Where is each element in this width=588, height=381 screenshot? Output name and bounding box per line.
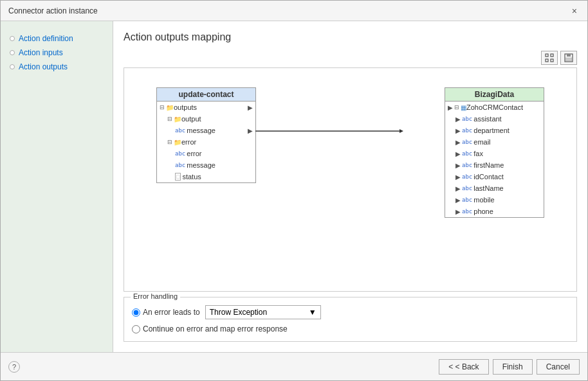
mapping-toolbar	[124, 51, 577, 65]
left-arrow: ▶	[455, 127, 461, 134]
mobile-row: ▶ abc mobile	[453, 194, 544, 206]
idcontact-label: idContact	[473, 173, 503, 181]
folder-icon: 📁	[166, 104, 174, 111]
table-icon: ▦	[461, 104, 466, 111]
footer: ? < < Back Finish Cancel	[1, 352, 587, 380]
footer-right: < < Back Finish Cancel	[439, 359, 580, 375]
expand-icon: ⊟	[454, 104, 459, 111]
message-row: abc message ▶	[172, 125, 255, 136]
lastname-label: lastName	[473, 184, 503, 192]
abc-icon: abc	[462, 162, 472, 168]
fit-icon	[545, 53, 554, 62]
folder-icon: 📁	[174, 139, 181, 146]
left-arrow: ▶	[455, 162, 461, 169]
radio-1-label: An error leads to	[143, 308, 200, 317]
dialog: Connector action instance × Action defin…	[0, 0, 588, 381]
abc-icon: abc	[175, 162, 185, 168]
sidebar: Action definition Action inputs Action o…	[1, 21, 113, 352]
radio-label-1[interactable]: An error leads to	[132, 308, 200, 317]
left-arrow: ▶	[455, 197, 461, 204]
content-area: Action outputs mapping	[113, 21, 587, 352]
left-data-box: update-contact ⊟ 📁 outputs ▶ ⊟ 📁 ou	[156, 87, 256, 183]
status-row: □ status ▶	[172, 171, 255, 182]
sidebar-dot	[10, 50, 15, 55]
right-box-header: BizagiData	[445, 88, 544, 102]
output-label: output	[181, 115, 201, 123]
email-row: ▶ abc email	[453, 136, 544, 148]
error-folder-row: ⊟ 📁 error ▶	[165, 136, 255, 148]
fax-row: ▶ abc fax	[453, 148, 544, 159]
table-icon: □	[175, 173, 181, 181]
abc-icon: abc	[462, 139, 472, 145]
sidebar-label-action-outputs: Action outputs	[19, 62, 68, 71]
mobile-label: mobile	[473, 196, 494, 204]
save-button[interactable]	[560, 51, 577, 65]
left-arrow: ▶	[455, 139, 461, 146]
left-arrow: ▶	[455, 173, 461, 181]
error-dropdown[interactable]: Throw Exception ▼	[205, 305, 321, 319]
dialog-title: Connector action instance	[8, 6, 98, 15]
dropdown-value: Throw Exception	[210, 308, 267, 317]
dropdown-chevron-icon: ▼	[309, 308, 317, 317]
error-handling-legend: Error handling	[131, 292, 180, 300]
firstname-label: firstName	[473, 161, 504, 169]
sidebar-item-action-definition[interactable]: Action definition	[8, 31, 105, 46]
abc-icon: abc	[462, 208, 472, 215]
fit-button[interactable]	[541, 51, 558, 65]
error-abc-label: error	[187, 150, 201, 157]
abc-icon: abc	[175, 150, 185, 157]
left-arrow: ▶	[455, 150, 461, 157]
error-row-1: An error leads to Throw Exception ▼	[132, 303, 569, 322]
assistant-row: ▶ abc assistant	[453, 113, 544, 125]
sidebar-dot	[10, 64, 15, 69]
help-button[interactable]: ?	[8, 361, 20, 373]
message2-row: abc message ▶	[172, 159, 255, 171]
error-row-2: Continue on error and map error response	[132, 322, 569, 336]
save-icon	[564, 53, 573, 62]
close-button[interactable]: ×	[569, 5, 580, 17]
left-arrow: ▶	[455, 185, 461, 192]
abc-icon: abc	[462, 173, 472, 180]
message2-label: message	[187, 161, 216, 169]
outputs-arrow: ▶	[248, 104, 253, 111]
expand-icon: ⊟	[167, 116, 172, 122]
abc-icon: abc	[175, 127, 185, 134]
finish-button[interactable]: Finish	[493, 359, 533, 375]
svg-marker-8	[400, 129, 403, 133]
sidebar-label-action-definition: Action definition	[19, 34, 73, 43]
expand-icon: ⊟	[160, 104, 165, 111]
abc-icon: abc	[462, 116, 472, 122]
assistant-label: assistant	[473, 115, 501, 123]
department-label: department	[473, 127, 510, 134]
mapping-canvas: update-contact ⊟ 📁 outputs ▶ ⊟ 📁 ou	[124, 67, 577, 292]
idcontact-row: ▶ abc idContact	[453, 171, 544, 182]
back-button[interactable]: < < Back	[439, 359, 488, 375]
outputs-row: ⊟ 📁 outputs ▶	[157, 102, 255, 113]
sidebar-item-action-outputs[interactable]: Action outputs	[8, 60, 105, 74]
radio-2[interactable]	[132, 325, 140, 333]
radio-1[interactable]	[132, 308, 140, 317]
sidebar-item-action-inputs[interactable]: Action inputs	[8, 46, 105, 60]
abc-icon: abc	[462, 197, 472, 203]
folder-icon: 📁	[174, 116, 181, 123]
abc-icon: abc	[462, 150, 472, 157]
error-handling: Error handling An error leads to Throw E…	[124, 297, 577, 342]
cancel-button[interactable]: Cancel	[537, 359, 580, 375]
footer-left: ?	[8, 361, 20, 373]
radio-label-2[interactable]: Continue on error and map error response	[132, 324, 288, 333]
sidebar-label-action-inputs: Action inputs	[19, 48, 63, 57]
svg-rect-6	[565, 58, 572, 61]
svg-rect-3	[551, 59, 553, 62]
email-label: email	[473, 138, 490, 146]
svg-rect-1	[551, 54, 553, 57]
abc-icon: abc	[462, 127, 472, 134]
message-arrow: ▶	[248, 127, 253, 134]
message-label: message	[187, 127, 216, 134]
lastname-row: ▶ abc lastName	[453, 182, 544, 194]
outputs-label: outputs	[174, 103, 197, 111]
left-box-header: update-contact	[157, 88, 255, 102]
left-arrow: ▶	[455, 116, 461, 123]
main-content: Action definition Action inputs Action o…	[1, 21, 587, 352]
page-title: Action outputs mapping	[124, 31, 577, 43]
svg-rect-2	[546, 59, 548, 62]
